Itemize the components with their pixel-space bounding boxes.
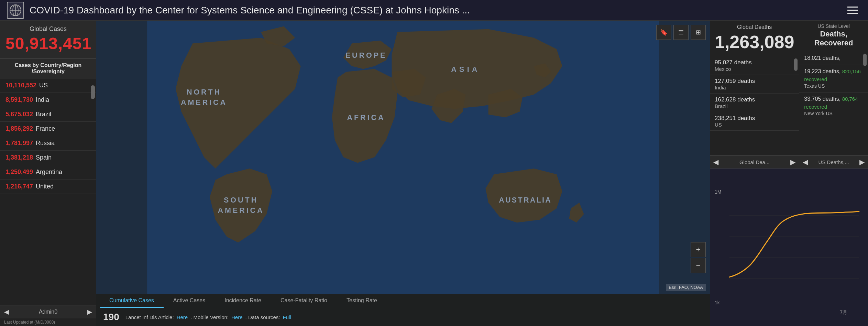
svg-text:AMERICA: AMERICA — [181, 98, 227, 107]
cases-by-region-header: Cases by Country/Region/Sovereignty — [0, 59, 96, 78]
deaths-nav-label: Global Dea... — [739, 159, 770, 165]
header: COVID-19 Dashboard by the Center for Sys… — [0, 0, 868, 21]
world-map: NORTH AMERICA SOUTH AMERICA EUROPE AFRIC… — [96, 21, 710, 294]
us-prev-button[interactable]: ◀ — [803, 158, 808, 166]
list-item: 1,250,499Argentina — [0, 165, 96, 180]
map-tabs: Cumulative CasesActive CasesIncidence Ra… — [96, 294, 710, 308]
us-state-list: 18,021 deaths, 19,223 deaths, 820,156 re… — [799, 50, 868, 155]
deaths-next-button[interactable]: ▶ — [790, 158, 795, 166]
map-toolbar: 🔖 ☰ ⊞ — [656, 25, 706, 40]
list-item: 238,251 deathsUS — [710, 112, 799, 131]
right-top: Global Deaths 1,263,089 95,027 deathsMex… — [710, 21, 868, 169]
global-deaths-header: Global Deaths — [710, 21, 799, 32]
bookmark-button[interactable]: 🔖 — [656, 25, 671, 40]
nav-prev-button[interactable]: ◀ — [4, 308, 9, 316]
center-area: NORTH AMERICA SOUTH AMERICA EUROPE AFRIC… — [96, 21, 710, 326]
global-deaths-panel: Global Deaths 1,263,089 95,027 deathsMex… — [710, 21, 799, 168]
list-item: 33,705 deaths, 80,764 recoveredNew York … — [799, 93, 868, 120]
us-panel-header: US State Level — [799, 21, 868, 30]
us-next-button[interactable]: ▶ — [859, 158, 865, 166]
list-item: 1,381,218Spain — [0, 151, 96, 165]
svg-text:EUROPE: EUROPE — [345, 51, 387, 59]
map-zoom: + − — [691, 242, 706, 273]
cases-list-inner: 10,110,552US8,591,730India5,675,032Brazi… — [0, 78, 96, 194]
list-item: 127,059 deathsIndia — [710, 75, 799, 94]
nav-next-button[interactable]: ▶ — [87, 308, 92, 316]
deaths-panel-nav: ◀ Global Dea... ▶ — [710, 155, 799, 168]
list-item: 1,216,747United — [0, 180, 96, 194]
us-panel-title: Deaths, Recovered — [799, 30, 868, 50]
map-tab[interactable]: Incidence Rate — [215, 294, 271, 308]
chart-svg — [715, 174, 862, 320]
info-number: 190 — [103, 312, 119, 323]
chart-y-1k: 1k — [715, 300, 720, 305]
svg-text:AMERICA: AMERICA — [218, 206, 264, 215]
list-item: 18,021 deaths, — [799, 52, 868, 65]
left-sidebar: Global Cases 50,913,451 Cases by Country… — [0, 21, 96, 326]
us-state-scroll[interactable] — [863, 54, 867, 66]
app-title: COVID-19 Dashboard by the Center for Sys… — [30, 5, 842, 16]
deaths-scroll[interactable] — [794, 58, 798, 71]
list-item: 1,781,997Russia — [0, 136, 96, 151]
map-container[interactable]: NORTH AMERICA SOUTH AMERICA EUROPE AFRIC… — [96, 21, 710, 294]
chart-y-1m: 1M — [715, 189, 721, 195]
global-deaths-number: 1,263,089 — [710, 32, 799, 55]
info-text-1: Lancet Inf Dis Article: — [125, 314, 174, 320]
us-state-panel: US State Level Deaths, Recovered 18,021 … — [799, 21, 868, 168]
data-sources-link[interactable]: Full — [283, 314, 291, 320]
list-item: 1,856,292France — [0, 122, 96, 136]
list-button[interactable]: ☰ — [673, 25, 689, 40]
chart-x-7: 7月 — [840, 309, 847, 316]
global-cases-box: Global Cases 50,913,451 — [0, 21, 96, 59]
list-item: 8,591,730India — [0, 93, 96, 107]
svg-rect-13 — [715, 195, 862, 300]
list-item: 10,110,552US — [0, 78, 96, 93]
chart-panel: 1M 1k 7月 — [710, 169, 868, 326]
lancet-link[interactable]: Here — [177, 314, 188, 320]
map-tab[interactable]: Active Cases — [164, 294, 215, 308]
list-item: 5,675,032Brazil — [0, 107, 96, 122]
map-tab[interactable]: Testing Rate — [337, 294, 387, 308]
global-cases-number: 50,913,451 — [6, 34, 91, 53]
us-nav-label: US Deaths,... — [818, 159, 849, 165]
svg-text:AUSTRALIA: AUSTRALIA — [499, 196, 552, 204]
main-content: Global Cases 50,913,451 Cases by Country… — [0, 21, 868, 326]
grid-button[interactable]: ⊞ — [691, 25, 706, 40]
us-panel-nav: ◀ US Deaths,... ▶ — [799, 155, 868, 168]
list-item: 162,628 deathsBrazil — [710, 94, 799, 112]
deaths-list: 95,027 deathsMexico127,059 deathsIndia16… — [710, 55, 799, 155]
svg-text:ASIA: ASIA — [451, 65, 480, 74]
mobile-link[interactable]: Here — [231, 314, 243, 320]
svg-text:AFRICA: AFRICA — [347, 113, 385, 122]
map-tab[interactable]: Cumulative Cases — [100, 294, 164, 308]
deaths-prev-button[interactable]: ◀ — [713, 158, 718, 166]
list-item: 19,223 deaths, 820,156 recoveredTexas US — [799, 65, 868, 93]
sidebar-nav-label: Admin0 — [39, 309, 57, 315]
map-attribution: Esri, FAO, NOAA — [666, 284, 706, 291]
list-item: 95,027 deathsMexico — [710, 56, 799, 75]
map-tab[interactable]: Case-Fatality Ratio — [271, 294, 337, 308]
last-updated: Last Updated at (M/D/0000) — [0, 318, 96, 326]
info-text-3: . Data sources: — [245, 314, 280, 320]
zoom-in-button[interactable]: + — [691, 242, 706, 257]
cases-list: 10,110,552US8,591,730India5,675,032Brazi… — [0, 78, 96, 305]
right-panels: Global Deaths 1,263,089 95,027 deathsMex… — [710, 21, 868, 326]
scroll-indicator[interactable] — [91, 85, 95, 99]
sidebar-nav: ◀ Admin0 ▶ — [0, 305, 96, 318]
info-text-2: . Mobile Version: — [190, 314, 229, 320]
map-info-bar: 190 Lancet Inf Dis Article: Here . Mobil… — [96, 308, 710, 326]
zoom-out-button[interactable]: − — [691, 258, 706, 273]
svg-text:SOUTH: SOUTH — [224, 196, 258, 204]
global-cases-label: Global Cases — [6, 25, 91, 33]
logo — [7, 2, 24, 19]
menu-button[interactable] — [847, 3, 861, 17]
svg-text:NORTH: NORTH — [187, 88, 221, 96]
